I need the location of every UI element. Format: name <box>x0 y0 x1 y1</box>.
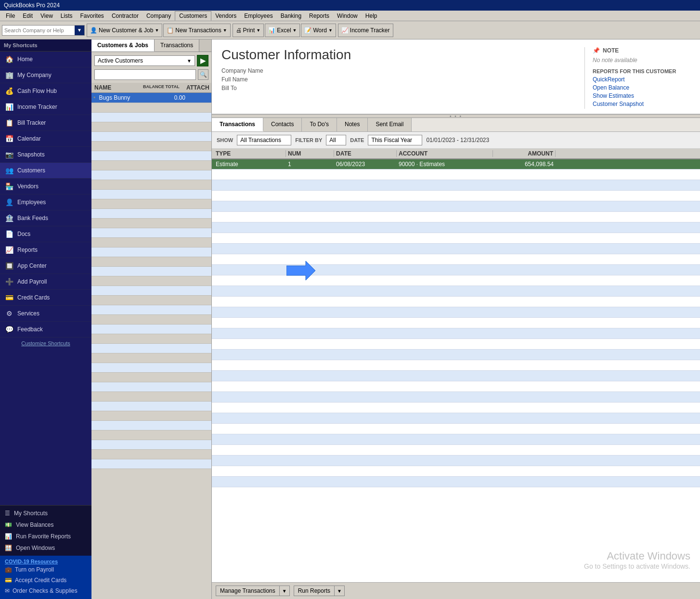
list-item[interactable] <box>91 296 211 305</box>
list-item[interactable] <box>91 373 211 382</box>
search-box[interactable]: ▼ <box>2 25 85 36</box>
sidebar-item-calendar[interactable]: 📅 Calendar <box>0 131 91 147</box>
sidebar-item-income-tracker[interactable]: 📊 Income Tracker <box>0 99 91 115</box>
list-item[interactable] <box>91 180 211 190</box>
list-item[interactable] <box>91 315 211 325</box>
new-customer-button[interactable]: 👤 New Customer & Job ▼ <box>87 24 162 37</box>
tab-transactions[interactable]: Transactions <box>155 39 199 52</box>
menu-contractor[interactable]: Contractor <box>108 12 143 20</box>
transaction-row[interactable] <box>212 413 700 424</box>
transaction-row[interactable] <box>212 191 700 201</box>
list-item[interactable] <box>91 219 211 228</box>
list-item[interactable] <box>91 353 211 363</box>
list-item[interactable] <box>91 325 211 334</box>
menu-file[interactable]: File <box>2 12 19 20</box>
show-select[interactable]: All Transactions <box>237 135 291 145</box>
covid-item-checks[interactable]: ✉ Order Checks & Supplies <box>5 586 87 596</box>
transaction-row[interactable] <box>212 350 700 360</box>
list-item[interactable] <box>91 247 211 257</box>
sidebar-item-customers[interactable]: 👥 Customers <box>0 163 91 179</box>
transaction-row[interactable] <box>212 254 700 265</box>
list-item[interactable] <box>91 190 211 199</box>
active-customers-dropdown[interactable]: Active Customers ▼ <box>94 55 195 66</box>
menu-banking[interactable]: Banking <box>277 12 305 20</box>
list-item[interactable] <box>91 305 211 315</box>
list-item[interactable] <box>91 161 211 170</box>
search-button[interactable]: ▼ <box>75 26 84 35</box>
transaction-row[interactable] <box>212 477 700 487</box>
transaction-row[interactable] <box>212 371 700 381</box>
transaction-row[interactable] <box>212 201 700 212</box>
list-item[interactable] <box>91 411 211 421</box>
sidebar-item-add-payroll[interactable]: ➕ Add Payroll <box>0 274 91 290</box>
transaction-row[interactable] <box>212 307 700 318</box>
list-item[interactable] <box>91 151 211 161</box>
transaction-row[interactable] <box>212 434 700 445</box>
sidebar-bottom-open-windows[interactable]: 🪟 Open Windows <box>0 542 91 554</box>
transaction-row[interactable] <box>212 180 700 191</box>
tab-todos[interactable]: To Do's <box>302 118 337 131</box>
sidebar-bottom-my-shortcuts[interactable]: ☰ My Shortcuts <box>0 508 91 519</box>
list-item[interactable] <box>91 392 211 402</box>
list-item[interactable] <box>91 267 211 276</box>
show-estimates-link[interactable]: Show Estimates <box>593 92 690 99</box>
list-item[interactable] <box>91 363 211 373</box>
list-item[interactable] <box>91 344 211 353</box>
transaction-row[interactable] <box>212 466 700 477</box>
transaction-row[interactable] <box>212 169 700 180</box>
sidebar-item-employees[interactable]: 👤 Employees <box>0 195 91 210</box>
sidebar-item-docs[interactable]: 📄 Docs <box>0 226 91 242</box>
list-item[interactable] <box>91 402 211 411</box>
covid-item-payroll[interactable]: 💼 Turn on Payroll <box>5 564 87 575</box>
customer-snapshot-link[interactable]: Customer Snapshot <box>593 101 690 107</box>
tab-sent-email[interactable]: Sent Email <box>368 118 412 131</box>
menu-help[interactable]: Help <box>362 12 381 20</box>
tab-transactions-main[interactable]: Transactions <box>212 118 263 131</box>
menu-employees[interactable]: Employees <box>240 12 276 20</box>
menu-vendors[interactable]: Vendors <box>211 12 240 20</box>
transaction-row[interactable] <box>212 328 700 339</box>
list-item[interactable] <box>91 430 211 440</box>
sidebar-item-snapshots[interactable]: 📷 Snapshots <box>0 147 91 163</box>
customer-search-input[interactable] <box>94 69 196 80</box>
sidebar-item-bank-feeds[interactable]: 🏦 Bank Feeds <box>0 210 91 226</box>
expand-button[interactable]: ▶ <box>197 55 208 66</box>
excel-button[interactable]: 📊 Excel ▼ <box>265 24 300 37</box>
transaction-row[interactable] <box>212 286 700 297</box>
new-transactions-button[interactable]: 📋 New Transactions ▼ <box>163 24 230 37</box>
transaction-row[interactable] <box>212 403 700 413</box>
list-item[interactable] <box>91 421 211 430</box>
list-item[interactable] <box>91 440 211 450</box>
transaction-row[interactable] <box>212 297 700 307</box>
word-button[interactable]: 📝 Word ▼ <box>301 24 336 37</box>
sidebar-item-home[interactable]: 🏠 Home <box>0 52 91 67</box>
list-item[interactable] <box>91 286 211 296</box>
menu-reports[interactable]: Reports <box>305 12 333 20</box>
menu-lists[interactable]: Lists <box>57 12 77 20</box>
transaction-row[interactable]: Estimate 1 06/08/2023 90000 · Estimates … <box>212 159 700 169</box>
menu-edit[interactable]: Edit <box>19 12 37 20</box>
transaction-row[interactable] <box>212 456 700 466</box>
list-item[interactable] <box>91 334 211 344</box>
sidebar-item-reports[interactable]: 📈 Reports <box>0 242 91 258</box>
menu-company[interactable]: Company <box>143 12 175 20</box>
print-button[interactable]: 🖨 Print ▼ <box>233 24 264 37</box>
quickreport-link[interactable]: QuickReport <box>593 76 690 83</box>
transaction-row[interactable] <box>212 244 700 254</box>
list-item[interactable] <box>91 170 211 180</box>
list-item[interactable] <box>91 450 211 459</box>
transaction-row[interactable] <box>212 360 700 371</box>
list-item[interactable] <box>91 122 211 132</box>
sidebar-item-my-company[interactable]: 🏢 My Company <box>0 67 91 83</box>
customize-shortcuts-link[interactable]: Customize Shortcuts <box>0 338 91 349</box>
list-item[interactable] <box>91 276 211 286</box>
list-item[interactable] <box>91 209 211 219</box>
run-reports-arrow[interactable]: ▼ <box>334 586 345 596</box>
transaction-row[interactable] <box>212 275 700 286</box>
menu-view[interactable]: View <box>37 12 57 20</box>
covid-title[interactable]: COVID-19 Resources <box>5 559 87 564</box>
sidebar-item-credit-cards[interactable]: 💳 Credit Cards <box>0 290 91 306</box>
list-item[interactable] <box>91 199 211 209</box>
menu-customers[interactable]: Customers <box>175 11 211 21</box>
filter-by-select[interactable]: All <box>326 135 346 145</box>
